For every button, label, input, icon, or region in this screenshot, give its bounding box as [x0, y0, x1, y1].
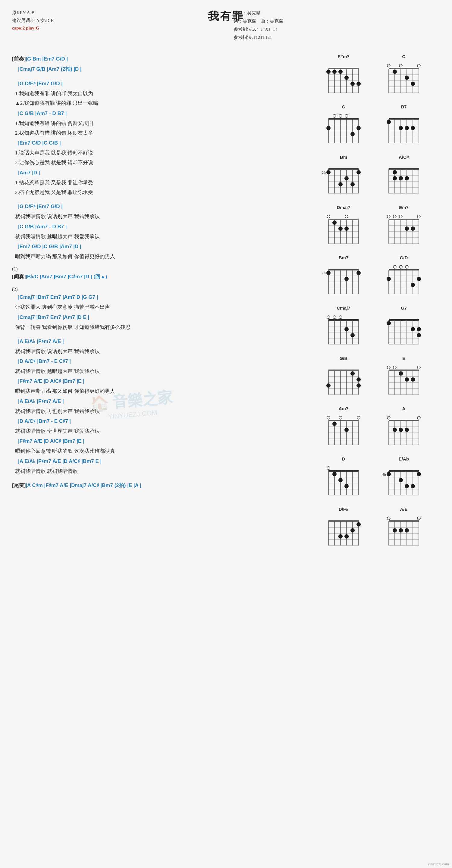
chord-diagram-name: G/B	[340, 356, 348, 361]
svg-point-34	[405, 75, 409, 80]
lyric-line: 1.说话大声是我 就是我 错却不好说	[15, 148, 307, 158]
svg-point-83	[326, 170, 331, 175]
svg-point-12	[326, 69, 331, 74]
svg-point-238	[405, 377, 409, 381]
chords-sidebar: F#m7CGB7Bm2frA/C#Dmai7Em7Bm72frG/DCmaj7G…	[313, 54, 440, 552]
lyric-line: 2.让你伤心是我 就是我 错却不好说	[15, 158, 307, 167]
paren-label: (2)	[12, 287, 307, 292]
chord-diagram: Bm2fr	[317, 155, 371, 199]
svg-point-202	[387, 321, 391, 325]
svg-point-336	[387, 517, 390, 520]
svg-point-137	[405, 226, 409, 231]
chord-diagram: Em7	[377, 205, 431, 250]
svg-point-289	[344, 484, 349, 488]
chord-diagram: G	[317, 104, 371, 149]
chord-diagram: D	[317, 456, 371, 501]
svg-point-254	[357, 416, 360, 419]
lyrics-section: [前奏]|G Bm |Em7 G/D ||Cmaj7 G/B |Am7 (2拍)…	[12, 54, 313, 552]
svg-point-253	[339, 416, 342, 419]
svg-point-87	[351, 182, 355, 186]
meta-left: 原KEY:A-B 建议男调:G-A 女:D-E capo:2 play:G	[12, 9, 54, 32]
svg-text:2fr: 2fr	[322, 271, 326, 275]
svg-point-269	[387, 416, 390, 419]
chord-line: |D A/C♯ |Bm7 - E C♯7 |	[18, 356, 307, 367]
footer-watermark: yinyuezj.com	[428, 862, 449, 867]
chord-line: |Em7 G/D |C G/B |	[18, 138, 307, 148]
svg-point-272	[399, 428, 403, 432]
svg-point-52	[357, 126, 361, 130]
svg-point-14	[338, 69, 342, 74]
chord-line: |G D/F♯ |Em7 G/D |	[18, 79, 307, 89]
chord-diagram-name: G	[342, 104, 345, 109]
page: 原KEY:A-B 建议男调:G-A 女:D-E capo:2 play:G 我有…	[0, 0, 452, 868]
chord-diagram: E/Ab4fr	[377, 456, 431, 501]
chord-diagram-name: E	[402, 356, 405, 361]
chord-diagram: G7	[377, 305, 431, 350]
svg-point-252	[327, 416, 330, 419]
svg-point-51	[326, 126, 331, 130]
svg-point-85	[344, 176, 349, 180]
chord-diagram-name: C	[402, 54, 405, 59]
section-line: [前奏]|G Bm |Em7 G/D |	[12, 54, 307, 64]
chord-diagram-name: A/C#	[399, 155, 409, 160]
svg-point-337	[417, 517, 420, 520]
strum-pattern: 参考刷法:X↑_↓↑X↑_↓↑	[234, 25, 283, 33]
svg-point-119	[338, 226, 342, 231]
svg-point-234	[387, 366, 390, 369]
lyric-line: 就罚我唱情歌 越唱越大声 我爱我承认	[15, 232, 307, 242]
chord-line: |C G/B |Am7 - D B7 |	[18, 222, 307, 232]
lyric-line: 就罚我唱情歌 说话别大声 我错我承认	[15, 212, 307, 221]
chord-line: |Cmaj7 |Bm7 Em7 |Am7 |D E |	[18, 312, 307, 322]
svg-text:2fr: 2fr	[322, 170, 326, 175]
svg-point-255	[332, 422, 337, 426]
svg-point-204	[417, 327, 421, 331]
svg-point-31	[399, 64, 402, 67]
lyric-line: 就罚我唱情歌 就罚我唱情歌	[15, 467, 307, 476]
chord-line: |Cmaj7 G/B |Am7 (2拍) |D |	[18, 64, 307, 74]
lyric-line: 你背一转身 我看到你伤痕 才知道我错我有多么残忍	[15, 322, 307, 332]
svg-point-340	[405, 528, 409, 532]
svg-point-16	[351, 82, 355, 86]
meta-right: 演唱：吴克羣 词：吴克羣 曲：吴克羣 参考刷法:X↑_↓↑X↑_↓↑ 参考指法:…	[234, 9, 283, 41]
svg-point-306	[405, 484, 409, 488]
original-key: 原KEY:A-B	[12, 9, 54, 17]
section-line: [尾奏]|A C♯m |F♯m7 A/E |Dmaj7 A/C♯ |Bm7 (2…	[12, 480, 307, 491]
lyric-line: 就罚我唱情歌 再也别大声 我错我承认	[15, 407, 307, 416]
svg-point-305	[399, 478, 403, 482]
svg-point-322	[344, 534, 349, 538]
chord-diagram: E	[377, 356, 431, 401]
chord-diagram: C	[377, 54, 431, 99]
svg-point-48	[333, 115, 336, 118]
chord-diagram: Am7	[317, 406, 371, 451]
chord-line: |Em7 G/D |C G/B |Am7 |D |	[18, 242, 307, 252]
lyric-line: 1.拈花惹草是我 又是我 罪让你承受	[15, 178, 307, 188]
svg-point-118	[332, 220, 337, 225]
svg-point-116	[327, 215, 330, 218]
chord-diagram: G/D	[377, 255, 431, 300]
svg-point-170	[387, 277, 391, 281]
svg-point-153	[357, 271, 361, 275]
svg-point-67	[399, 126, 403, 130]
lyric-line: 1.我知道我有罪 讲的罪 我太自以为	[15, 89, 307, 98]
svg-point-169	[405, 265, 408, 268]
svg-point-17	[357, 82, 361, 86]
svg-point-205	[417, 333, 421, 337]
chord-diagram: F#m7	[317, 54, 371, 99]
lyric-line: 1.我知道我有错 讲的错 贪新又厌旧	[15, 119, 307, 128]
svg-point-273	[405, 428, 409, 432]
svg-point-303	[387, 472, 391, 476]
svg-text:4fr: 4fr	[382, 472, 386, 476]
svg-point-138	[411, 226, 415, 231]
svg-point-32	[417, 64, 420, 67]
song-title: 我有罪	[12, 9, 440, 24]
svg-point-304	[417, 472, 421, 476]
svg-point-270	[417, 416, 420, 419]
finger-pattern: 参考指法:T121T121	[234, 33, 283, 41]
svg-point-221	[357, 383, 361, 388]
svg-point-134	[393, 215, 396, 218]
chord-diagram: A/E	[377, 506, 431, 552]
chord-diagram-name: Bm	[340, 155, 347, 160]
svg-point-187	[339, 316, 342, 319]
chord-diagram-name: F#m7	[337, 54, 349, 59]
chord-line: |A E/A♭ |F♯m7 A/E |	[18, 336, 307, 347]
